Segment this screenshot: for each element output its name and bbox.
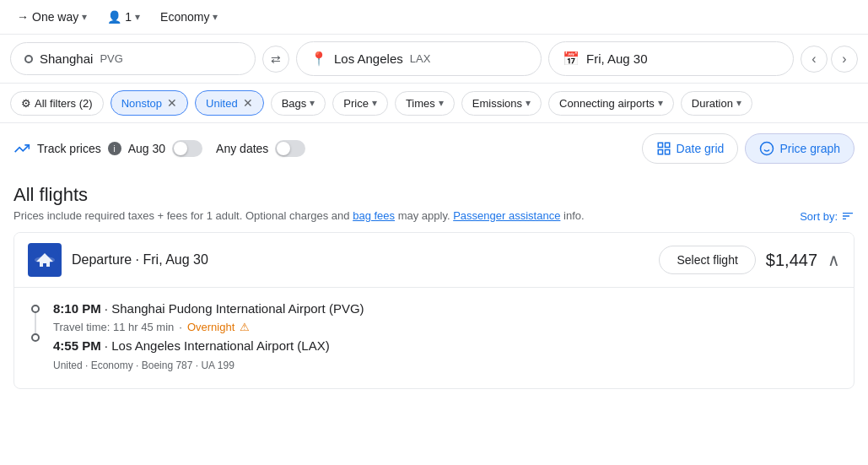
arrival-airport: Los Angeles International Airport (LAX) [111,338,330,353]
sort-by-label[interactable]: Sort by: [800,209,855,223]
nonstop-label: Nonstop [121,97,162,110]
all-filters-chip[interactable]: ⚙ All filters (2) [10,91,104,116]
date-grid-icon [656,141,671,156]
date-input[interactable]: 📅 Fri, Aug 30 [548,41,794,76]
svg-rect-0 [658,143,662,147]
select-flight-button[interactable]: Select flight [659,246,755,274]
origin-input[interactable]: Shanghai PVG [10,42,256,75]
united-close-icon[interactable]: ✕ [243,96,253,110]
svg-rect-3 [665,150,669,154]
trip-type-label: One way [32,10,78,24]
cabin-selector[interactable]: Economy ▾ [154,7,224,27]
departure-time-row: 8:10 PM · Shanghai Pudong International … [53,301,837,316]
price-chip[interactable]: Price ▾ [332,91,388,116]
svg-rect-2 [658,150,662,154]
nonstop-close-icon[interactable]: ✕ [167,96,177,110]
one-way-icon: → [17,10,29,24]
date-navigation: ‹ › [801,46,858,73]
emissions-label: Emissions [472,97,522,110]
search-bar: Shanghai PVG ⇄ 📍 Los Angeles LAX 📅 Fri, … [0,35,868,84]
track-bar: Track prices i Aug 30 Any dates Date gri… [0,123,868,174]
trip-type-selector[interactable]: → One way ▾ [10,7,94,27]
flight-meta: United · Economy · Boeing 787 · UA 199 [53,360,837,371]
origin-code: PVG [100,52,122,65]
collapse-icon[interactable]: ∧ [828,250,840,270]
track-toggle-knob [174,142,187,155]
flight-price: $1,447 [766,251,817,270]
passengers-label: 1 [125,10,132,24]
bags-chevron: ▾ [310,97,315,109]
flight-header-right: Select flight $1,447 ∧ [659,246,840,274]
destination-dot [31,333,40,342]
passenger-assistance-link[interactable]: Passenger assistance [453,209,560,222]
route-info: 8:10 PM · Shanghai Pudong International … [53,301,837,371]
bags-chip[interactable]: Bags ▾ [271,91,326,116]
destination-city: Los Angeles [334,51,403,66]
swap-icon: ⇄ [271,52,281,66]
united-chip[interactable]: United ✕ [195,90,264,116]
main-content: All flights Prices include required taxe… [0,174,868,399]
emissions-chip[interactable]: Emissions ▾ [461,91,542,116]
arrival-time: 4:55 PM [53,338,101,353]
page-title: All flights [13,184,855,206]
right-actions: Date grid Price graph [642,133,855,164]
track-prices-label: Track prices [37,142,101,155]
date-next-button[interactable]: › [831,46,858,73]
arrival-time-row: 4:55 PM · Los Angeles International Airp… [53,338,837,353]
price-info-text-1: Prices include required taxes + fees for… [13,209,350,222]
any-dates-label: Any dates [216,142,268,155]
top-bar: → One way ▾ 👤 1 ▾ Economy ▾ [0,0,868,35]
duration-chip[interactable]: Duration ▾ [681,91,752,116]
date-grid-label: Date grid [677,142,725,155]
svg-point-8 [35,257,55,263]
any-dates-toggle[interactable] [275,140,305,157]
times-chevron: ▾ [439,97,444,109]
united-label: United [206,97,238,110]
passengers-selector[interactable]: 👤 1 ▾ [100,7,147,27]
cabin-label: Economy [160,10,209,24]
price-chevron: ▾ [372,97,377,109]
flight-route: 8:10 PM · Shanghai Pudong International … [31,301,837,371]
trip-type-chevron: ▾ [82,11,87,23]
location-pin-icon: 📍 [310,51,327,67]
departure-time: 8:10 PM [53,301,101,316]
departure-airport: Shanghai Pudong International Airport (P… [111,301,364,316]
date-prev-button[interactable]: ‹ [801,46,828,73]
flight-card: Departure · Fri, Aug 30 Select flight $1… [13,232,855,389]
travel-time-label: Travel time: 11 hr 45 min [53,321,174,333]
warning-icon: ⚠ [240,321,250,333]
swap-button[interactable]: ⇄ [262,46,289,73]
nonstop-chip[interactable]: Nonstop ✕ [111,90,188,116]
track-date: Aug 30 [128,142,165,155]
chart-icon [13,140,30,157]
passengers-chevron: ▾ [135,11,140,23]
price-graph-button[interactable]: Price graph [745,133,855,164]
bags-label: Bags [282,97,307,110]
flight-header: Departure · Fri, Aug 30 Select flight $1… [14,233,854,288]
price-info-text: Prices include required taxes + fees for… [13,209,855,222]
times-chip[interactable]: Times ▾ [395,91,455,116]
track-toggle[interactable] [172,140,202,157]
destination-input[interactable]: 📍 Los Angeles LAX [296,41,542,76]
price-label: Price [343,97,369,110]
price-info-text-3: info. [563,209,585,222]
price-graph-icon [759,141,774,156]
track-info-icon[interactable]: i [108,142,121,155]
origin-city: Shanghai [40,51,93,66]
any-dates-section: Any dates [216,140,305,157]
airline-logo [28,243,62,277]
cabin-chevron: ▾ [213,11,218,23]
date-label: Fri, Aug 30 [586,51,648,66]
travel-time-row: Travel time: 11 hr 45 min · Overnight ⚠ [53,321,837,333]
flight-header-title: Departure · Fri, Aug 30 [72,252,208,268]
origin-dot [31,305,40,313]
destination-code: LAX [410,52,431,65]
connecting-airports-label: Connecting airports [559,97,655,110]
price-graph-label: Price graph [779,142,840,155]
all-filters-label: All filters (2) [35,97,93,110]
bag-fees-link[interactable]: bag fees [353,209,395,222]
connecting-airports-chip[interactable]: Connecting airports ▾ [548,91,674,116]
date-grid-button[interactable]: Date grid [642,133,739,164]
calendar-icon: 📅 [563,51,580,67]
emissions-chevron: ▾ [526,97,531,109]
